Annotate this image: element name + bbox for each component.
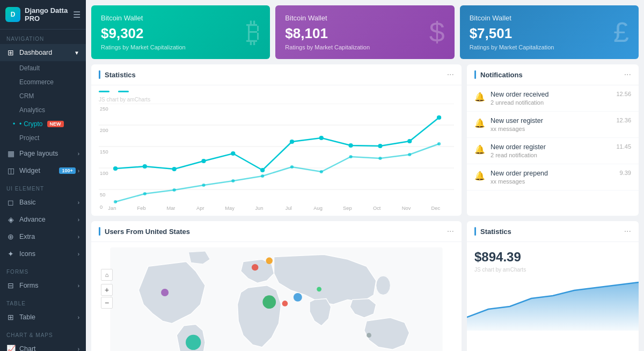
notif-content-2: New order register 2 read notification	[491, 143, 611, 158]
wallet-card-teal: Bitcoin Wallet $9,302 Ratings by Market …	[91, 5, 270, 59]
map-zoom-in-button[interactable]: +	[101, 284, 113, 296]
chart-section-label: CHART & MAPS	[0, 326, 86, 340]
svg-point-23	[114, 200, 117, 203]
svg-text:Nov: Nov	[402, 206, 411, 211]
map-zoom-out-button[interactable]: −	[101, 297, 113, 309]
bitcoin-icon: ₿	[246, 16, 260, 48]
sidebar-logo: D	[5, 7, 20, 22]
svg-point-33	[408, 153, 411, 156]
map-more-icon[interactable]: ···	[447, 226, 454, 236]
svg-text:Jan: Jan	[108, 206, 116, 211]
notif-title-1: New user register	[491, 117, 611, 125]
sidebar-item-basic[interactable]: ◻ Basic ›	[0, 194, 86, 211]
notif-content-0: New order received 2 unread notification	[491, 91, 611, 106]
notifications-panel-title: Notifications	[480, 71, 624, 79]
svg-point-18	[319, 136, 324, 140]
svg-point-50	[252, 264, 258, 270]
card-title-3: Bitcoin Wallet	[470, 14, 629, 22]
svg-text:150: 150	[100, 149, 108, 155]
sidebar-item-dashboard[interactable]: ⊞ Dashboard ▼	[0, 44, 86, 61]
svg-point-15	[231, 151, 235, 156]
svg-point-17	[290, 140, 294, 144]
svg-point-25	[173, 188, 176, 192]
bell-icon: 🔔	[474, 171, 485, 181]
svg-point-32	[378, 157, 382, 160]
map-home-button[interactable]: ⌂	[101, 269, 113, 281]
svg-text:Mar: Mar	[166, 206, 175, 211]
svg-point-57	[367, 333, 371, 338]
sidebar-item-widget[interactable]: ◫ Widget 100+ ›	[0, 162, 86, 179]
widget-icon: ◫	[6, 166, 15, 175]
sidebar-item-extra[interactable]: ⊕ Extra ›	[0, 228, 86, 245]
svg-point-48	[376, 276, 391, 295]
notifications-more-icon[interactable]: ···	[624, 70, 631, 79]
svg-point-31	[349, 155, 353, 158]
bell-icon: 🔔	[474, 118, 485, 128]
svg-point-30	[320, 170, 323, 173]
svg-point-51	[266, 258, 273, 264]
statistics-more-icon[interactable]: ···	[447, 70, 454, 79]
notif-sub-2: 2 read notification	[491, 152, 611, 158]
sidebar-item-ecommerce[interactable]: Ecommerce	[0, 75, 86, 89]
sidebar-item-crypto[interactable]: • Crypto NEW	[0, 117, 86, 131]
forms-icon: ⊟	[6, 281, 15, 290]
notif-sub-3: xx messages	[491, 178, 614, 185]
chart-watermark: JS chart by amCharts	[99, 97, 454, 103]
notifications-panel: Notifications ··· 🔔 New order received 2…	[467, 64, 639, 216]
sidebar-item-forms[interactable]: ⊟ Forms ›	[0, 277, 86, 294]
sidebar-item-advance[interactable]: ◈ Advance ›	[0, 211, 86, 228]
map-stats-row: Users From United States ··· ⌂ + −	[91, 221, 639, 351]
hamburger-icon[interactable]: ☰	[73, 10, 80, 20]
notification-item-1: 🔔 New user register xx messages 12.36	[467, 112, 639, 138]
svg-text:Feb: Feb	[137, 206, 146, 211]
dollar-icon: $	[429, 16, 445, 48]
bottom-statistics-more-icon[interactable]: ···	[624, 226, 631, 236]
chevron-right-icon2: ›	[78, 168, 79, 174]
ui-element-label: UI ELEMENT	[0, 179, 86, 194]
notif-time-3: 9.39	[620, 170, 631, 176]
svg-point-53	[282, 301, 288, 306]
stats-notif-row: Statistics ··· JS chart by amCharts	[91, 64, 639, 216]
map-panel: Users From United States ··· ⌂ + −	[91, 221, 462, 351]
sidebar-item-analytics[interactable]: Analytics	[0, 103, 86, 117]
card-amount-1: $9,302	[101, 25, 260, 42]
sidebar-header: D Django Datta PRO ☰	[0, 0, 86, 30]
svg-point-13	[172, 167, 177, 171]
panel-border-accent-map	[99, 227, 100, 236]
svg-point-20	[378, 144, 382, 148]
card-title-1: Bitcoin Wallet	[101, 14, 260, 22]
main-content: Bitcoin Wallet $9,302 Ratings by Market …	[86, 0, 644, 351]
svg-point-56	[317, 287, 321, 291]
card-sub-1: Ratings by Market Capitalization	[101, 44, 260, 50]
svg-text:May: May	[225, 206, 235, 211]
notification-item-0: 🔔 New order received 2 unread notificati…	[467, 85, 639, 112]
svg-text:200: 200	[100, 128, 108, 133]
notif-content-3: New order prepend xx messages	[491, 170, 614, 185]
svg-text:Apr: Apr	[196, 206, 204, 211]
pound-icon: £	[613, 16, 629, 48]
svg-text:0: 0	[100, 204, 103, 210]
svg-text:Jun: Jun	[255, 206, 263, 211]
sidebar-item-project[interactable]: Project	[0, 131, 86, 145]
svg-point-26	[202, 184, 205, 187]
card-amount-2: $8,101	[285, 25, 444, 42]
sidebar-item-chart[interactable]: 📈 Chart ›	[0, 340, 86, 351]
chart-area: JS chart by amCharts 250 200 150 100 50 …	[91, 85, 462, 216]
chart-icon: 📈	[6, 345, 15, 351]
extra-icon: ⊕	[6, 232, 15, 241]
chart-legend	[99, 91, 454, 92]
svg-point-27	[231, 179, 235, 182]
statistics-panel-title: Statistics	[105, 71, 447, 79]
cards-row: Bitcoin Wallet $9,302 Ratings by Market …	[91, 5, 639, 59]
notif-sub-1: xx messages	[491, 126, 611, 132]
sidebar-item-page-layouts[interactable]: ▦ Page layouts ›	[0, 145, 86, 162]
sidebar-item-crm[interactable]: CRM	[0, 89, 86, 103]
sidebar-item-table[interactable]: ⊞ Table ›	[0, 309, 86, 326]
svg-point-19	[348, 143, 353, 148]
svg-point-49	[161, 289, 169, 296]
card-sub-3: Ratings by Market Capitalization	[470, 44, 629, 50]
svg-text:Aug: Aug	[313, 206, 323, 211]
svg-text:Jul: Jul	[286, 206, 292, 211]
sidebar-item-default[interactable]: Default	[0, 61, 86, 75]
sidebar-item-icons[interactable]: ✦ Icons ›	[0, 245, 86, 262]
